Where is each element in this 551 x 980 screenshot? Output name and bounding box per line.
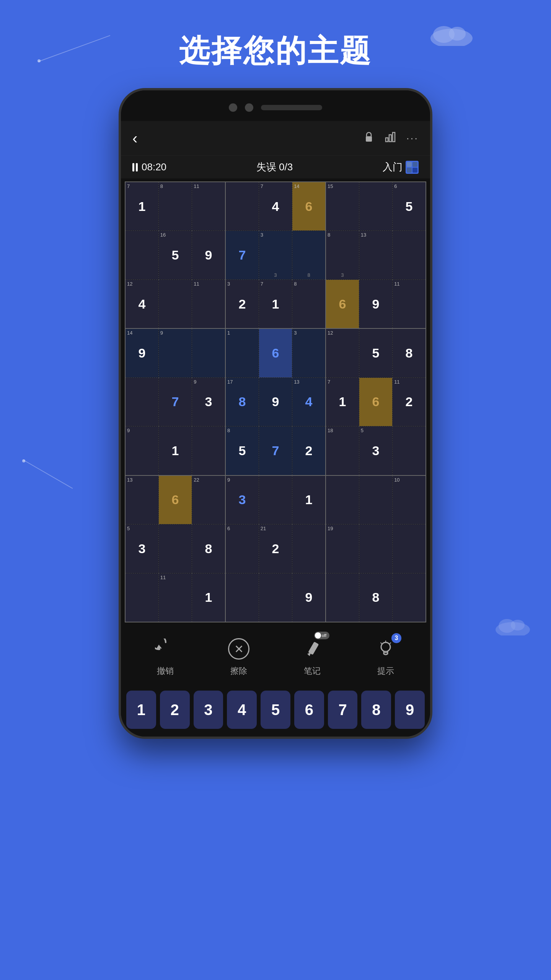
pause-icon[interactable] [132,163,138,172]
back-button[interactable]: ‹ [132,130,137,147]
numpad-key-8[interactable]: 8 [361,691,391,729]
grid-cell[interactable]: 83 [326,231,359,280]
more-icon[interactable]: ··· [406,132,419,144]
grid-cell[interactable]: 1 [192,573,225,622]
theme-icon[interactable] [406,161,419,174]
grid-cell[interactable]: 146 [292,182,326,231]
grid-cell[interactable]: 11 [192,182,225,231]
grid-cell[interactable]: 9 [292,573,326,622]
grid-cell[interactable] [393,426,426,475]
grid-cell[interactable] [225,182,259,231]
grid-cell[interactable] [125,231,158,280]
grid-cell[interactable]: 1 [292,475,326,524]
undo-button[interactable]: 撤销 [152,635,179,677]
grid-cell[interactable]: 165 [158,231,192,280]
hint-button[interactable]: 3 提示 [372,635,399,677]
grid-cell[interactable]: 8 [393,328,426,377]
grid-cell[interactable]: 18 [326,426,359,475]
grid-cell[interactable] [225,573,259,622]
grid-cell[interactable]: 22 [192,475,225,524]
grid-cell[interactable]: 13 [359,231,392,280]
numpad-key-5[interactable]: 5 [261,691,290,729]
grid-cell[interactable]: 6 [158,475,192,524]
grid-cell[interactable]: 7 [158,377,192,426]
grid-cell[interactable]: 71 [125,182,158,231]
grid-cell[interactable]: 9 [359,280,392,329]
grid-cell[interactable]: 9 [158,328,192,377]
grid-cell[interactable]: 11 [393,280,426,329]
grid-cell[interactable]: 124 [125,280,158,329]
grid-cell[interactable]: 53 [125,524,158,573]
grid-cell[interactable]: 9 [125,426,158,475]
grid-cell[interactable]: 6 [259,328,292,377]
grid-cell[interactable]: 5 [359,328,392,377]
numpad-key-6[interactable]: 6 [294,691,324,729]
grid-cell[interactable] [192,328,225,377]
sudoku-grid[interactable]: 7181174146156516597338831312411327186911… [121,178,430,626]
notes-toggle[interactable]: off [314,632,329,639]
chart-icon[interactable] [385,131,396,146]
notes-button[interactable]: off 笔记 [299,635,326,677]
grid-cell[interactable]: 19 [326,524,359,573]
grid-cell[interactable]: 93 [192,377,225,426]
grid-cell[interactable] [359,475,392,524]
numpad-key-4[interactable]: 4 [227,691,257,729]
grid-cell[interactable]: 11 [192,280,225,329]
grid-cell[interactable]: 3 [292,328,326,377]
grid-cell[interactable]: 11 [158,573,192,622]
grid-cell[interactable]: 2 [292,426,326,475]
grid-cell[interactable]: 12 [326,328,359,377]
grid-cell[interactable]: 149 [125,328,158,377]
grid-cell[interactable]: 8 [158,182,192,231]
numpad-key-7[interactable]: 7 [328,691,358,729]
grid-cell[interactable]: 6 [326,280,359,329]
numpad-key-2[interactable]: 2 [160,691,190,729]
grid-cell[interactable]: 112 [393,377,426,426]
grid-cell[interactable]: 7 [259,426,292,475]
grid-cell[interactable]: 134 [292,377,326,426]
grid-cell[interactable]: 65 [393,182,426,231]
grid-cell[interactable]: 212 [259,524,292,573]
grid-cell[interactable]: 15 [326,182,359,231]
grid-cell[interactable] [158,280,192,329]
grid-cell[interactable]: 8 [359,573,392,622]
grid-cell[interactable]: 8 [292,231,326,280]
grid-cell[interactable]: 32 [225,280,259,329]
grid-cell[interactable]: 71 [326,377,359,426]
grid-cell[interactable]: 8 [192,524,225,573]
grid-cell[interactable]: 74 [259,182,292,231]
grid-cell[interactable]: 1 [158,426,192,475]
grid-cell[interactable]: 85 [225,426,259,475]
grid-cell[interactable]: 9 [192,231,225,280]
grid-cell[interactable]: 13 [125,475,158,524]
grid-cell[interactable] [259,475,292,524]
grid-cell[interactable]: 8 [292,280,326,329]
grid-cell[interactable] [292,524,326,573]
grid-cell[interactable] [158,524,192,573]
grid-cell[interactable] [192,426,225,475]
grid-cell[interactable]: 9 [259,377,292,426]
grid-cell[interactable]: 7 [225,231,259,280]
numpad-key-1[interactable]: 1 [126,691,156,729]
grid-cell[interactable] [125,573,158,622]
grid-cell[interactable] [359,524,392,573]
grid-cell[interactable] [326,573,359,622]
erase-button[interactable]: ✕ 擦除 [225,635,252,677]
grid-cell[interactable] [259,573,292,622]
grid-cell[interactable]: 178 [225,377,259,426]
grid-cell[interactable]: 53 [359,426,392,475]
grid-cell[interactable]: 1 [225,328,259,377]
grid-cell[interactable] [393,524,426,573]
grid-cell[interactable]: 10 [393,475,426,524]
grid-cell[interactable] [393,573,426,622]
grid-cell[interactable]: 6 [225,524,259,573]
lock-icon[interactable] [364,131,374,146]
grid-cell[interactable]: 33 [259,231,292,280]
grid-cell[interactable] [326,475,359,524]
grid-cell[interactable]: 93 [225,475,259,524]
numpad-key-3[interactable]: 3 [194,691,223,729]
grid-cell[interactable] [393,231,426,280]
grid-cell[interactable]: 71 [259,280,292,329]
grid-cell[interactable] [359,182,392,231]
numpad-key-9[interactable]: 9 [395,691,425,729]
